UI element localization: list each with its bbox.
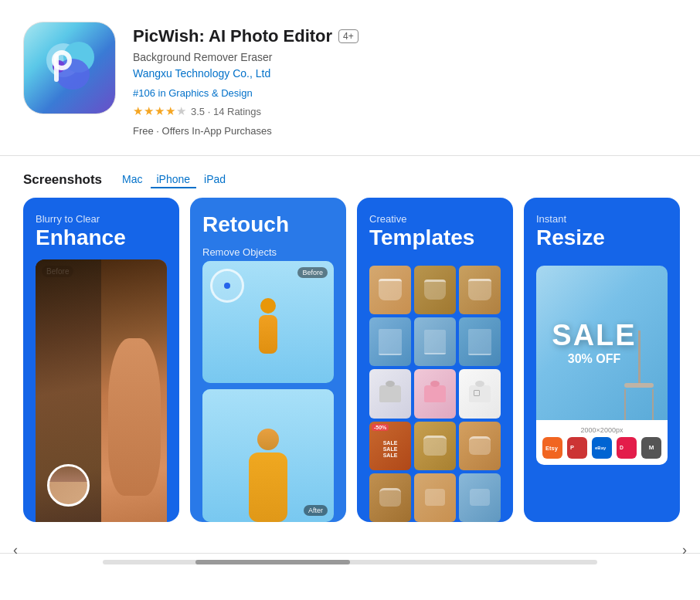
card-creative-title: Templates [369,226,501,250]
tab-iphone[interactable]: iPhone [151,171,197,188]
grid-cell-jeans2 [414,317,456,366]
platform-icons: Etsy P eBay D M [542,437,661,459]
platform-etsy: Etsy [542,437,562,459]
stars-row: ★ ★ ★ ★ ★ 3.5 · 14 Ratings [133,104,358,118]
card-resize-text-top: Instant [536,213,668,225]
card-resize-title: Resize [536,226,668,250]
screenshots-section: Screenshots Mac iPhone iPad Blurry to Cl… [0,156,700,545]
platform-ebay: eBay [592,437,612,459]
grid-cell-sale: -50% SALESALESALE [369,422,411,470]
app-price: Free · Offers In-App Purchases [133,125,358,137]
app-title: PicWish: AI Photo Editor [133,26,332,46]
svg-text:eBay: eBay [595,446,607,450]
grid-cell-bag1 [369,266,411,314]
retouch-bottom-image: After [202,389,334,522]
star-2: ★ [144,104,154,118]
tab-ipad[interactable]: iPad [198,171,232,188]
platform-depop: D [617,437,637,459]
person-figure-small [259,298,277,354]
card-retouch-subtitle: Remove Objects [202,246,334,258]
grid-cell-bag3 [459,266,501,314]
app-info: PicWish: AI Photo Editor 4+ Background R… [133,22,358,137]
enhance-image-area: Before After [36,259,167,522]
star-4: ★ [165,104,175,118]
resize-platforms: 2000×2000px Etsy P eBay D M [536,420,668,465]
grid-cell-purse3 [369,473,411,522]
svg-text:P: P [570,444,574,451]
app-rank[interactable]: #106 in Graphics & Design [133,87,358,99]
tab-mac[interactable]: Mac [116,171,148,188]
app-subtitle: Background Remover Eraser [133,51,358,63]
retouch-top-image: Before [202,261,334,383]
grid-cell-shirt2 [414,369,456,418]
screenshots-title: Screenshots [23,172,102,188]
app-header: PicWish: AI Photo Editor 4+ Background R… [0,0,700,155]
platform-poshmark: P [567,437,587,459]
svg-text:D: D [620,445,624,450]
grid-cell-purse1 [414,422,456,470]
card-enhance-text-top: Blurry to Clear [36,213,167,225]
creative-grid: -50% SALESALESALE [369,266,501,522]
star-3: ★ [155,104,165,118]
dot-blue [224,283,230,289]
screenshot-card-retouch: Retouch Remove Objects [190,198,346,522]
after-half: After [101,259,167,522]
before-half: Before [36,259,101,522]
screenshots-scroll[interactable]: Blurry to Clear Enhance Before After [0,198,700,545]
edit-circle [210,269,244,303]
resize-top-image: SALE 30% OFF [536,266,668,420]
grid-cell-jeans3 [459,317,501,366]
star-1: ★ [133,104,143,118]
screenshot-card-enhance: Blurry to Clear Enhance Before After [23,198,179,522]
pixel-text: 2000×2000px [542,426,661,434]
stars: ★ ★ ★ ★ ★ [133,104,186,118]
before-pill: Before [297,267,328,278]
grid-cell-bag2 [414,266,456,314]
person-figure-large [249,429,287,522]
retouch-image-area: Before After [202,261,334,522]
grid-cell-purse2 [459,422,501,470]
card-creative-text-top: Creative [369,213,501,225]
screenshot-card-resize: Instant Resize SALE 30% OFF 20 [524,198,680,522]
grid-cell-shirt1 [369,369,411,418]
grid-cell-jeans1 [369,317,411,366]
age-badge: 4+ [338,29,358,43]
device-tabs: Mac iPhone iPad [116,171,232,188]
card-enhance-title: Enhance [36,226,167,250]
sale-badge: -50% [372,424,389,431]
app-title-row: PicWish: AI Photo Editor 4+ [133,26,358,46]
screenshot-card-creative: Creative Templates [357,198,513,522]
rating-text: 3.5 · 14 Ratings [191,106,261,117]
scrollbar-thumb[interactable] [195,560,350,564]
platform-more: M [641,437,661,459]
grid-cell-extra1 [414,473,456,522]
scroll-right-arrow[interactable]: › [675,541,694,559]
grid-cell-extra2 [459,473,501,522]
scrollbar-track[interactable] [103,560,597,564]
card-retouch-title: Retouch [202,213,334,237]
scrollbar-area: ‹ › [0,553,700,571]
app-icon-wrapper [23,22,116,114]
app-developer[interactable]: Wangxu Technology Co., Ltd [133,67,358,80]
grid-cell-shirt3 [459,369,501,418]
app-icon [23,22,116,114]
screenshots-header: Screenshots Mac iPhone iPad [0,171,700,198]
scroll-left-arrow[interactable]: ‹ [6,541,25,559]
star-5: ★ [176,104,186,118]
svg-text:Etsy: Etsy [545,445,559,452]
after-pill: After [304,505,328,516]
